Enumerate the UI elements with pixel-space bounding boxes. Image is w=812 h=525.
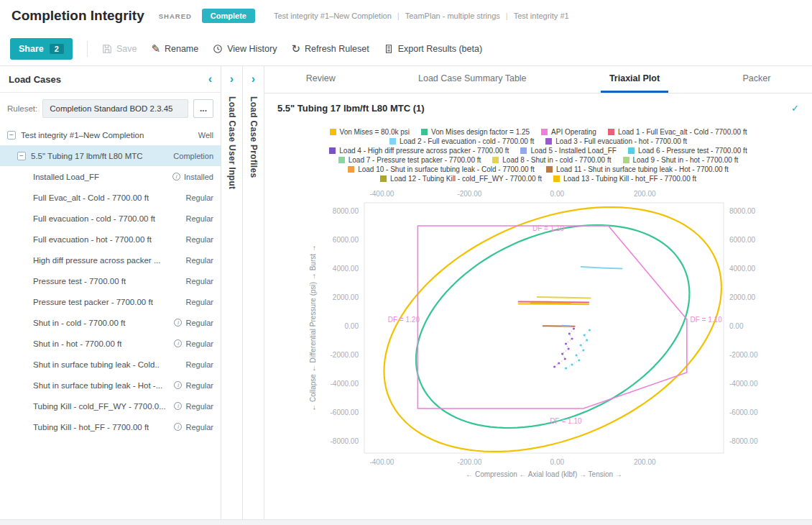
info-icon[interactable]: i [174, 381, 182, 389]
legend-item[interactable]: Load 9 - Shut in - hot - 7700.00 ft [623, 156, 739, 164]
legend-swatch [545, 138, 552, 145]
legend-item[interactable]: Load 4 - High diff pressure across packe… [329, 147, 509, 155]
load-case-label: Installed Load_FF [33, 173, 99, 181]
legend-item[interactable]: Von Mises design factor = 1.25 [421, 128, 530, 136]
collapse-panel-icon[interactable]: ‹ [208, 73, 212, 85]
load-case-row[interactable]: Shut in surface tubing leak - Cold..Regu… [0, 354, 221, 375]
load-case-label: Pressure test packer - 7700.00 ft [33, 298, 153, 306]
legend-swatch [623, 157, 629, 163]
legend-label: Load 13 - Tubing Kill - hot_FF - 7700.00… [563, 175, 696, 183]
collapse-toggle-icon[interactable]: − [7, 131, 16, 140]
legend-label: Load 3 - Full evacuation - hot - 7700.00… [555, 137, 687, 145]
info-icon[interactable]: i [174, 402, 182, 410]
horizontal-scrollbar[interactable] [0, 519, 812, 525]
legend-item[interactable]: Load 12 - Tubing Kill - cold_FF_WY - 770… [380, 175, 542, 183]
load-case-row[interactable]: Full evacuation - cold - 7700.00 ftRegul… [0, 208, 221, 229]
svg-text:200.00: 200.00 [634, 458, 656, 466]
load-case-user-input-panel[interactable]: › Load Case User Input [221, 66, 243, 519]
svg-text:-2000.00: -2000.00 [729, 351, 758, 359]
refresh-ruleset-button[interactable]: ↻ Refresh Ruleset [291, 44, 369, 54]
svg-text:DF = 1.20: DF = 1.20 [388, 316, 420, 324]
expand-panel-icon[interactable]: › [230, 73, 234, 85]
legend-item[interactable]: Load 5 - Installed Load_FF [520, 147, 617, 155]
svg-text:-6000.00: -6000.00 [729, 408, 758, 416]
check-icon[interactable]: ✓ [791, 103, 799, 114]
breadcrumb-item[interactable]: Test integrity #1 [514, 12, 569, 20]
svg-text:0.00: 0.00 [345, 322, 359, 330]
legend-item[interactable]: Load 11 - Shut in surface tubing leak - … [546, 165, 729, 173]
pencil-icon: ✎ [151, 44, 160, 54]
legend-swatch [380, 175, 387, 182]
tab-triaxial-plot[interactable]: Triaxial Plot [601, 66, 668, 93]
share-button[interactable]: Share 2 [10, 38, 73, 60]
collapsed-panel-label: Load Case Profiles [249, 96, 259, 178]
rename-button[interactable]: ✎ Rename [151, 44, 198, 54]
legend-item[interactable]: Load 6 - Pressure test - 7700.00 ft [628, 147, 747, 155]
export-icon [384, 44, 394, 54]
load-case-row[interactable]: Shut in - cold - 7700.00 ftiRegular [0, 312, 221, 333]
load-case-row[interactable]: High diff pressure across packer ...Regu… [0, 250, 221, 270]
load-case-row[interactable]: Installed Load_FFiInstalled [0, 166, 221, 187]
tab-packer[interactable]: Packer [734, 66, 779, 93]
ruleset-more-button[interactable]: ... [193, 99, 213, 118]
tab-review[interactable]: Review [297, 66, 344, 93]
load-case-row[interactable]: −5.5" Tubing 17 lbm/ft L80 MTCCompletion [0, 145, 221, 166]
breadcrumb-item[interactable]: TeamPlan - multiple strings [405, 12, 500, 20]
load-case-type: Regular [185, 193, 213, 202]
info-icon[interactable]: i [174, 423, 182, 431]
info-icon[interactable]: i [172, 173, 180, 181]
load-case-type: Regular [185, 214, 213, 223]
toolbar: Share 2 Save ✎ Rename View History ↻ Ref… [0, 32, 812, 66]
legend-label: Load 2 - Full evacuation - cold - 7700.0… [400, 137, 534, 145]
legend-item[interactable]: Von Mises = 80.0k psi [330, 128, 410, 136]
export-results-button[interactable]: Export Results (beta) [384, 44, 482, 54]
legend-item[interactable]: Load 13 - Tubing Kill - hot_FF - 7700.00… [553, 175, 696, 183]
load-case-row[interactable]: Tubing Kill - hot_FF - 7700.00 ftiRegula… [0, 416, 221, 437]
legend-label: Load 11 - Shut in surface tubing leak - … [556, 165, 729, 173]
load-case-row[interactable]: Pressure test packer - 7700.00 ftRegular [0, 291, 221, 312]
load-case-row[interactable]: Full Evac_alt - Cold - 7700.00 ftRegular [0, 187, 221, 208]
load-case-profiles-panel[interactable]: › Load Case Profiles [243, 66, 264, 519]
info-icon[interactable]: i [174, 319, 182, 327]
svg-text:-400.00: -400.00 [369, 458, 394, 466]
legend-label: Load 9 - Shut in - hot - 7700.00 ft [633, 156, 739, 164]
load-case-row[interactable]: Full evacuation - hot - 7700.00 ftRegula… [0, 229, 221, 250]
tab-bar: ReviewLoad Case Summary TableTriaxial Pl… [264, 66, 812, 93]
triaxial-plot[interactable]: -400.00-400.00-200.00-200.000.000.00200.… [304, 186, 772, 499]
status-badge: Complete [202, 9, 255, 23]
load-case-label: Tubing Kill - cold_FF_WY - 7700.0... [33, 402, 166, 411]
legend-item[interactable]: Load 1 - Full Evac_alt - Cold - 7700.00 … [608, 128, 747, 136]
legend-item[interactable]: Load 10 - Shut in surface tubing leak - … [348, 165, 535, 173]
load-case-row[interactable]: Shut in - hot - 7700.00 ftiRegular [0, 333, 221, 354]
save-icon [102, 44, 112, 54]
breadcrumb-item[interactable]: Test integrity #1–New Completion [274, 12, 392, 20]
load-case-type: Regular [185, 339, 213, 348]
save-button[interactable]: Save [102, 44, 137, 54]
legend-item[interactable]: Load 8 - Shut in - cold - 7700.00 ft [492, 156, 611, 164]
load-case-row[interactable]: Shut in surface tubing leak - Hot -...iR… [0, 375, 221, 396]
ruleset-select[interactable]: Completion Standard BOD 2.3.45 [42, 99, 188, 118]
legend-item[interactable]: Load 2 - Full evacuation - cold - 7700.0… [389, 137, 534, 145]
load-case-type: Regular [185, 423, 213, 432]
collapsed-panel-label: Load Case User Input [227, 96, 237, 189]
legend-swatch [608, 129, 614, 135]
svg-text:8000.00: 8000.00 [729, 207, 756, 215]
svg-text:-200.00: -200.00 [457, 190, 481, 198]
load-case-label: Shut in - cold - 7700.00 ft [33, 319, 126, 327]
legend-item[interactable]: API Operating [541, 128, 596, 136]
legend-swatch [330, 129, 336, 135]
svg-text:2000.00: 2000.00 [729, 293, 756, 301]
view-history-button[interactable]: View History [213, 44, 277, 54]
collapse-toggle-icon[interactable]: − [17, 152, 26, 160]
legend-item[interactable]: Load 3 - Full evacuation - hot - 7700.00… [545, 137, 687, 145]
svg-text:-400.00: -400.00 [369, 190, 394, 198]
info-icon[interactable]: i [174, 339, 182, 347]
load-case-row[interactable]: −Test integrity #1–New CompletionWell [0, 124, 221, 145]
expand-panel-icon[interactable]: › [252, 73, 255, 85]
legend-label: API Operating [551, 128, 596, 136]
load-case-row[interactable]: Tubing Kill - cold_FF_WY - 7700.0...iReg… [0, 396, 221, 416]
load-case-row[interactable]: Pressure test - 7700.00 ftRegular [0, 270, 221, 291]
legend-item[interactable]: Load 7 - Pressure test packer - 7700.00 … [338, 156, 481, 164]
svg-text:200.00: 200.00 [634, 190, 656, 198]
tab-load-case-summary-table[interactable]: Load Case Summary Table [410, 66, 535, 93]
